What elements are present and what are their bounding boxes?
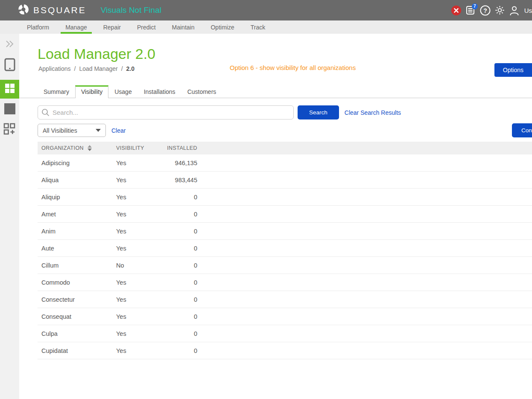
nav-item[interactable]: Maintain xyxy=(167,20,199,34)
cell-installed: 0 xyxy=(163,347,197,354)
cell-visibility: Yes xyxy=(116,194,163,201)
cell-installed: 0 xyxy=(163,296,197,303)
nav-item[interactable]: Platform xyxy=(22,20,54,34)
nav-item-label: Manage xyxy=(65,24,87,31)
svg-text:?: ? xyxy=(483,7,487,14)
tab[interactable]: Customers xyxy=(181,85,222,98)
breadcrumb-item[interactable]: Applications xyxy=(38,65,71,72)
nav-item-label: Predict xyxy=(137,24,156,31)
table-row[interactable]: Adipiscing Yes 946,135 xyxy=(38,154,532,172)
cell-organization: Commodo xyxy=(38,279,116,286)
cell-installed: 0 xyxy=(163,228,197,235)
table-row[interactable]: Amet Yes 0 xyxy=(38,206,532,223)
cell-organization: Aliquip xyxy=(38,194,116,201)
page-header: Load Manager 2.0 Applications Load Manag… xyxy=(19,45,532,72)
tab[interactable]: Visibility xyxy=(75,85,108,98)
sidebar-item-assets[interactable] xyxy=(4,103,16,116)
help-icon[interactable]: ? xyxy=(480,5,491,16)
tab-label: Summary xyxy=(44,88,69,95)
cell-visibility: Yes xyxy=(116,279,163,286)
nav-item[interactable]: Repair xyxy=(99,20,126,34)
error-icon[interactable] xyxy=(451,5,462,16)
cell-installed: 0 xyxy=(163,245,197,252)
clear-filter-link[interactable]: Clear xyxy=(111,127,126,134)
cell-visibility: Yes xyxy=(116,177,163,183)
user-icon[interactable] xyxy=(509,5,520,16)
table-header-row: ORGANIZATION VISIBILITY INSTALLED xyxy=(38,142,532,154)
filter-row: All Visibilities Clear Config xyxy=(38,123,532,137)
page-title: Load Manager 2.0 xyxy=(38,45,532,62)
column-header-organization[interactable]: ORGANIZATION xyxy=(38,145,116,151)
table-row[interactable]: Aliquip Yes 0 xyxy=(38,189,532,206)
tab[interactable]: Summary xyxy=(38,85,75,98)
sidebar-item-devices[interactable] xyxy=(4,58,15,73)
sort-icon xyxy=(88,145,92,151)
cell-organization: Consectetur xyxy=(38,296,116,303)
navbar: Platform Manage Repair Predict Maintain … xyxy=(0,20,532,34)
user-label[interactable]: Us xyxy=(524,7,532,14)
sidebar-item-add-app[interactable] xyxy=(3,123,16,137)
table-row[interactable]: Aute Yes 0 xyxy=(38,240,532,257)
options-button[interactable]: Options xyxy=(494,63,532,77)
table-row[interactable]: Consectetur Yes 0 xyxy=(38,291,532,308)
table-row[interactable]: Commodo Yes 0 xyxy=(38,274,532,291)
table-row[interactable]: Consequat Yes 0 xyxy=(38,308,532,325)
tab-bar: Summary Visibility Usage Installations xyxy=(19,85,532,98)
notification-badge: 7 xyxy=(472,3,478,9)
cell-organization: Aute xyxy=(38,245,116,252)
tab-label: Customers xyxy=(187,88,216,95)
cell-organization: Anim xyxy=(38,228,116,235)
sidebar xyxy=(0,34,19,399)
table-row[interactable]: Cupidatat Yes 0 xyxy=(38,342,532,359)
tab[interactable]: Usage xyxy=(108,85,137,98)
search-button[interactable]: Search xyxy=(298,105,339,119)
table-row[interactable]: Cillum No 0 xyxy=(38,257,532,274)
brand: BSQUARE xyxy=(18,4,86,17)
search-input[interactable] xyxy=(38,105,294,119)
column-header-installed[interactable]: INSTALLED xyxy=(163,145,197,151)
cell-visibility: No xyxy=(116,262,163,269)
cell-installed: 0 xyxy=(163,194,197,201)
table-row[interactable]: Culpa Yes 0 xyxy=(38,325,532,342)
cell-organization: Cupidatat xyxy=(38,347,116,354)
visibility-filter-select[interactable]: All Visibilities xyxy=(38,124,106,137)
cell-organization: Adipiscing xyxy=(38,160,116,166)
cell-installed: 983,445 xyxy=(163,177,197,183)
cell-visibility: Yes xyxy=(116,313,163,320)
cell-visibility: Yes xyxy=(116,296,163,303)
table-row[interactable]: Anim Yes 0 xyxy=(38,223,532,240)
cell-visibility: Yes xyxy=(116,245,163,252)
cell-visibility: Yes xyxy=(116,330,163,337)
grid-plus-icon xyxy=(3,123,16,137)
square-icon xyxy=(4,103,16,116)
topbar-actions: 7 ? xyxy=(451,5,532,16)
notifications-icon[interactable]: 7 xyxy=(465,5,476,16)
breadcrumb-item[interactable]: 2.0 xyxy=(118,65,134,72)
table-row[interactable]: Aliqua Yes 983,445 xyxy=(38,172,532,189)
sidebar-item-expand[interactable] xyxy=(5,40,15,50)
nav-item[interactable]: Manage xyxy=(61,20,92,34)
tablet-icon xyxy=(4,58,15,73)
breadcrumb-item[interactable]: Load Manager xyxy=(71,65,118,72)
nav-item-label: Maintain xyxy=(172,24,195,31)
search-box xyxy=(38,105,294,119)
column-header-label: ORGANIZATION xyxy=(41,145,84,151)
nav-item[interactable]: Optimize xyxy=(206,20,239,34)
clear-search-results-link[interactable]: Clear Search Results xyxy=(345,109,401,116)
tab[interactable]: Installations xyxy=(138,85,181,98)
nav-item[interactable]: Predict xyxy=(132,20,161,34)
settings-icon[interactable] xyxy=(494,5,505,16)
table-body: Adipiscing Yes 946,135 Aliqua Yes 983,44… xyxy=(38,154,532,359)
cell-installed: 0 xyxy=(163,262,197,269)
nav-item-label: Repair xyxy=(103,24,121,31)
page: BSQUARE Visuals Not Final 7 ? xyxy=(0,0,532,399)
tab-label: Usage xyxy=(114,88,132,95)
config-button[interactable]: Config xyxy=(512,123,532,137)
column-header-visibility[interactable]: VISIBILITY xyxy=(116,145,163,151)
topbar: BSQUARE Visuals Not Final 7 ? xyxy=(0,0,532,20)
cell-visibility: Yes xyxy=(116,347,163,354)
main-content: Load Manager 2.0 Applications Load Manag… xyxy=(19,34,532,399)
sidebar-item-applications[interactable] xyxy=(0,80,19,99)
brand-name: BSQUARE xyxy=(33,5,86,15)
nav-item[interactable]: Track xyxy=(246,20,270,34)
